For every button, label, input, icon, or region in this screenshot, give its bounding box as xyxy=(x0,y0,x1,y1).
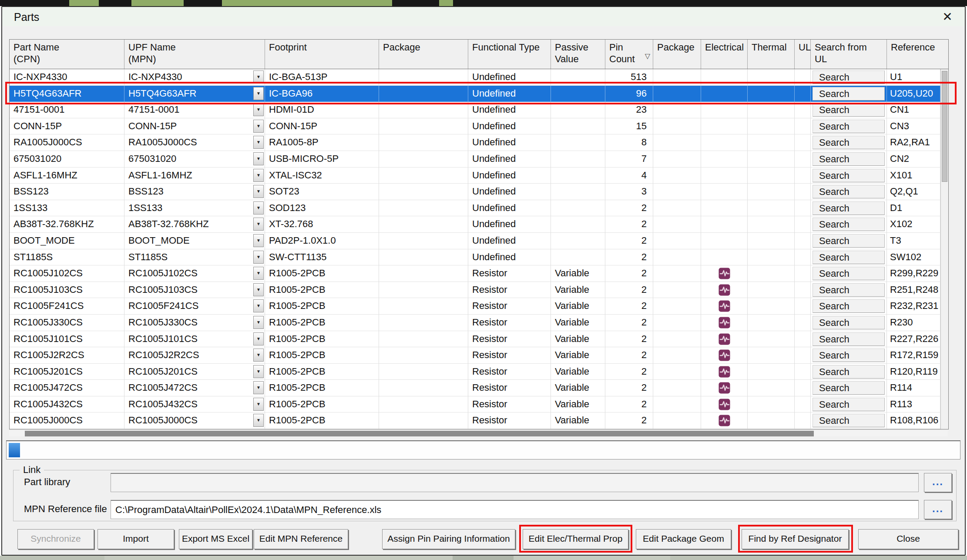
upf-dropdown-button[interactable]: ▼ xyxy=(253,87,264,100)
edit-elec-thermal-prop-button[interactable]: Edit Elec/Thermal Prop xyxy=(523,529,628,549)
upf-dropdown-button[interactable]: ▼ xyxy=(253,299,264,312)
search-from-ul-button[interactable]: Search xyxy=(813,218,885,231)
cell-thermal xyxy=(748,216,795,233)
assign-pin-pairing-information-button[interactable]: Assign Pin Pairing Information xyxy=(382,529,515,549)
table-row[interactable]: ASFL1-16MHZASFL1-16MHZ▼XTAL-ISC32Undefin… xyxy=(10,168,940,184)
search-from-ul-button[interactable]: Search xyxy=(813,299,885,313)
search-from-ul-button[interactable]: Search xyxy=(813,136,885,149)
table-row[interactable]: RA1005J000CSRA1005J000CS▼RA1005-8PUndefi… xyxy=(10,134,940,151)
table-row[interactable]: RC1005J000CSRC1005J000CS▼R1005-2PCBResis… xyxy=(10,412,940,429)
column-header-part_name[interactable]: Part Name (CPN) xyxy=(10,40,124,69)
upf-dropdown-button[interactable]: ▼ xyxy=(253,251,264,264)
table-row[interactable]: 1SS1331SS133▼SOD123Undefined2SearchD1 xyxy=(10,200,940,217)
part-library-field[interactable] xyxy=(111,473,919,492)
cell-package2 xyxy=(653,102,701,118)
table-row[interactable]: IC-NXP4330IC-NXP4330▼IC-BGA-513PUndefine… xyxy=(10,69,940,86)
column-header-electrical[interactable]: Electrical xyxy=(701,40,748,69)
table-row-selected[interactable]: H5TQ4G63AFRH5TQ4G63AFR▼IC-BGA96Undefined… xyxy=(10,86,940,102)
table-row[interactable]: RC1005J330CSRC1005J330CS▼R1005-2PCBResis… xyxy=(10,315,940,331)
horizontal-scrollbar-thumb[interactable] xyxy=(25,431,814,436)
export-ms-excel-button[interactable]: Export MS Excel xyxy=(179,529,252,549)
upf-dropdown-button[interactable]: ▼ xyxy=(253,70,264,84)
upf-dropdown-button[interactable]: ▼ xyxy=(253,152,264,165)
search-from-ul-button[interactable]: Search xyxy=(813,169,885,182)
column-header-thermal[interactable]: Thermal xyxy=(748,40,795,69)
import-button[interactable]: Import xyxy=(97,529,174,549)
vertical-scrollbar-thumb[interactable] xyxy=(942,71,947,182)
upf-dropdown-button[interactable]: ▼ xyxy=(253,398,264,411)
search-from-ul-button[interactable]: Search xyxy=(813,332,885,346)
upf-dropdown-button[interactable]: ▼ xyxy=(253,283,264,296)
search-from-ul-button[interactable]: Search xyxy=(813,414,885,427)
upf-dropdown-button[interactable]: ▼ xyxy=(253,414,264,427)
column-header-footprint[interactable]: Footprint xyxy=(265,40,379,69)
edit-mpn-reference-button[interactable]: Edit MPN Reference xyxy=(254,529,348,549)
search-from-ul-button[interactable]: Search xyxy=(813,283,885,297)
column-header-package2[interactable]: Package xyxy=(653,40,701,69)
table-row[interactable]: BOOT_MODEBOOT_MODE▼PAD2P-1.0X1.0Undefine… xyxy=(10,233,940,249)
table-row[interactable]: RC1005J101CSRC1005J101CS▼R1005-2PCBResis… xyxy=(10,331,940,348)
table-row[interactable]: BSS123BSS123▼SOT23Undefined3SearchQ2,Q1 xyxy=(10,184,940,200)
table-row[interactable]: RC1005F241CSRC1005F241CS▼R1005-2PCBResis… xyxy=(10,298,940,315)
search-from-ul-button[interactable]: Search xyxy=(813,152,885,166)
upf-dropdown-button[interactable]: ▼ xyxy=(253,234,264,247)
table-row[interactable]: CONN-15PCONN-15P▼CONN-15PUndefined15Sear… xyxy=(10,118,940,135)
search-from-ul-button[interactable]: Search xyxy=(813,251,885,264)
upf-dropdown-button[interactable]: ▼ xyxy=(253,349,264,362)
search-from-ul-button[interactable]: Search xyxy=(813,120,885,133)
horizontal-scrollbar[interactable] xyxy=(9,431,948,436)
column-header-pin_count[interactable]: Pin Count▽ xyxy=(605,40,653,69)
search-from-ul-button[interactable]: Search xyxy=(813,201,885,215)
find-by-ref-designator-button[interactable]: Find by Ref Designator xyxy=(742,529,849,549)
table-row[interactable]: AB38T-32.768KHZAB38T-32.768KHZ▼XT-32.768… xyxy=(10,216,940,233)
search-from-ul-button[interactable]: Search xyxy=(813,398,885,411)
part-library-browse-button[interactable]: ... xyxy=(924,473,952,492)
search-from-ul-button[interactable]: Search xyxy=(813,267,885,280)
upf-dropdown-button[interactable]: ▼ xyxy=(253,365,264,378)
edit-package-geom-button[interactable]: Edit Package Geom xyxy=(636,529,731,549)
search-from-ul-button[interactable]: Search xyxy=(813,365,885,379)
table-row[interactable]: RC1005J432CSRC1005J432CS▼R1005-2PCBResis… xyxy=(10,396,940,413)
search-from-ul-button[interactable]: Search xyxy=(813,70,885,84)
upf-dropdown-button[interactable]: ▼ xyxy=(253,381,264,394)
mpn-reference-browse-button[interactable]: ... xyxy=(924,500,952,519)
search-from-ul-button[interactable]: Search xyxy=(813,381,885,395)
table-row[interactable]: RC1005J472CSRC1005J472CS▼R1005-2PCBResis… xyxy=(10,380,940,396)
table-row[interactable]: RC1005J201CSRC1005J201CS▼R1005-2PCBResis… xyxy=(10,364,940,380)
column-header-reference[interactable]: Reference xyxy=(887,40,940,69)
table-row[interactable]: RC1005J103CSRC1005J103CS▼R1005-2PCBResis… xyxy=(10,282,940,298)
search-from-ul-button[interactable]: Search xyxy=(813,234,885,248)
upf-dropdown-button[interactable]: ▼ xyxy=(253,120,264,133)
search-from-ul-button[interactable]: Search xyxy=(813,103,885,117)
column-header-passive_value[interactable]: Passive Value xyxy=(551,40,605,69)
column-header-search[interactable]: Search from UL xyxy=(811,40,887,69)
mpn-reference-field[interactable] xyxy=(111,500,919,519)
close-button[interactable]: Close xyxy=(858,529,958,549)
table-row[interactable]: RC1005J102CSRC1005J102CS▼R1005-2PCBResis… xyxy=(10,265,940,282)
cell-functional_type: Undefined xyxy=(468,200,551,217)
upf-dropdown-button[interactable]: ▼ xyxy=(253,332,264,345)
upf-dropdown-button[interactable]: ▼ xyxy=(253,201,264,215)
table-row[interactable]: ST1185SST1185S▼SW-CTT1135Undefined2Searc… xyxy=(10,249,940,266)
table-row[interactable]: 47151-000147151-0001▼HDMI-01DUndefined23… xyxy=(10,102,940,118)
close-icon[interactable]: ✕ xyxy=(940,10,955,24)
column-header-upf_name[interactable]: UPF Name (MPN) xyxy=(124,40,265,69)
search-from-ul-button[interactable]: Search xyxy=(813,185,885,198)
upf-dropdown-button[interactable]: ▼ xyxy=(253,103,264,116)
upf-dropdown-button[interactable]: ▼ xyxy=(253,267,264,280)
search-from-ul-button[interactable]: Search xyxy=(813,349,885,362)
column-header-package[interactable]: Package xyxy=(379,40,468,69)
table-row[interactable]: RC1005J2R2CSRC1005J2R2CS▼R1005-2PCBResis… xyxy=(10,347,940,364)
link-group: Link Part library ... MPN Reference file… xyxy=(13,470,957,521)
upf-dropdown-button[interactable]: ▼ xyxy=(253,169,264,182)
upf-dropdown-button[interactable]: ▼ xyxy=(253,185,264,198)
upf-dropdown-button[interactable]: ▼ xyxy=(253,218,264,231)
column-header-functional_type[interactable]: Functional Type xyxy=(468,40,551,69)
table-row[interactable]: 675031020675031020▼USB-MICRO-5PUndefined… xyxy=(10,151,940,168)
search-from-ul-button[interactable]: Search xyxy=(813,316,885,329)
search-from-ul-button[interactable]: Search xyxy=(813,87,885,101)
column-header-ul[interactable]: UL xyxy=(795,40,811,69)
vertical-scrollbar[interactable] xyxy=(940,69,948,429)
upf-dropdown-button[interactable]: ▼ xyxy=(253,316,264,329)
upf-dropdown-button[interactable]: ▼ xyxy=(253,136,264,149)
